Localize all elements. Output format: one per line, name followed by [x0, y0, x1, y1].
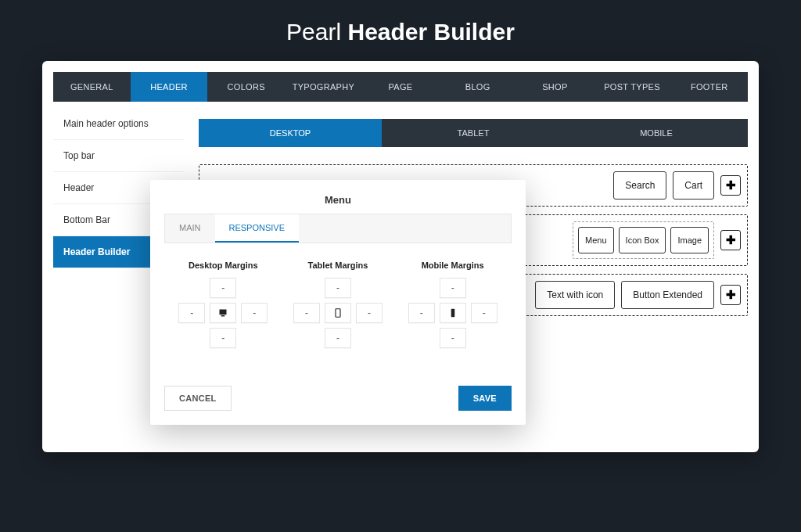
- device-tabs: DESKTOP TABLET MOBILE: [199, 119, 748, 147]
- sidebar-item-main-header-options[interactable]: Main header options: [53, 108, 185, 140]
- block-textwithicon[interactable]: Text with icon: [535, 281, 615, 309]
- tablet-icon: [325, 303, 351, 323]
- svg-rect-0: [220, 310, 227, 315]
- sidebar-item-top-bar[interactable]: Top bar: [53, 140, 185, 172]
- margin-left-input[interactable]: -: [408, 303, 435, 323]
- tab-blog[interactable]: BLOG: [439, 72, 516, 102]
- element-settings-modal: Menu MAIN RESPONSIVE Desktop Margins - -…: [150, 180, 526, 425]
- margin-column-mobile: Mobile Margins - - - -: [395, 261, 510, 348]
- tab-general[interactable]: GENERAL: [53, 72, 131, 102]
- margin-right-input[interactable]: -: [471, 303, 497, 323]
- modal-footer: CANCEL SAVE: [150, 372, 526, 425]
- block-iconbox[interactable]: Icon Box: [619, 227, 666, 253]
- svg-rect-3: [451, 309, 454, 318]
- mobile-icon: [440, 303, 466, 323]
- block-subgroup[interactable]: Menu Icon Box Image: [573, 221, 714, 259]
- margin-left-input[interactable]: -: [293, 303, 320, 323]
- block-search[interactable]: Search: [613, 171, 666, 200]
- tab-shop[interactable]: SHOP: [516, 72, 594, 102]
- add-block-button[interactable]: ✚: [720, 230, 741, 250]
- margin-top-input[interactable]: -: [325, 278, 351, 298]
- tab-footer[interactable]: FOOTER: [670, 72, 748, 102]
- margin-right-input[interactable]: -: [241, 303, 268, 323]
- modal-tab-responsive[interactable]: RESPONSIVE: [215, 214, 300, 243]
- modal-tab-main[interactable]: MAIN: [165, 214, 215, 243]
- margin-bottom-input[interactable]: -: [440, 328, 466, 348]
- modal-title: Menu: [150, 180, 526, 214]
- modal-content: Desktop Margins - - - - Tablet Margins -…: [150, 243, 526, 372]
- block-buttonextended[interactable]: Button Extended: [621, 281, 714, 309]
- device-tab-mobile[interactable]: MOBILE: [565, 119, 748, 147]
- margin-label: Desktop Margins: [166, 261, 281, 270]
- page-title-bold: Header Builder: [347, 19, 514, 45]
- margin-column-desktop: Desktop Margins - - - -: [166, 261, 281, 348]
- page-title: Pearl Header Builder: [0, 0, 801, 61]
- margin-label: Mobile Margins: [395, 261, 510, 270]
- tab-typography[interactable]: TYPOGRAPHY: [285, 72, 362, 102]
- margin-left-input[interactable]: -: [178, 303, 205, 323]
- margin-column-tablet: Tablet Margins - - - -: [281, 261, 396, 348]
- add-block-button[interactable]: ✚: [720, 285, 741, 305]
- device-tab-desktop[interactable]: DESKTOP: [199, 119, 382, 147]
- top-nav: GENERAL HEADER COLORS TYPOGRAPHY PAGE BL…: [53, 72, 748, 102]
- device-tab-tablet[interactable]: TABLET: [382, 119, 565, 147]
- block-menu[interactable]: Menu: [578, 227, 614, 253]
- tab-colors[interactable]: COLORS: [207, 72, 285, 102]
- add-block-button[interactable]: ✚: [720, 175, 741, 196]
- save-button[interactable]: SAVE: [458, 386, 512, 411]
- modal-tabs: MAIN RESPONSIVE: [164, 214, 512, 243]
- svg-rect-2: [336, 309, 340, 318]
- margin-label: Tablet Margins: [281, 261, 396, 270]
- tab-posttypes[interactable]: POST TYPES: [594, 72, 671, 102]
- margin-top-input[interactable]: -: [440, 278, 466, 298]
- tab-page[interactable]: PAGE: [362, 72, 440, 102]
- desktop-icon: [210, 303, 236, 323]
- block-image[interactable]: Image: [670, 227, 709, 253]
- margin-bottom-input[interactable]: -: [325, 328, 351, 348]
- page-title-light: Pearl: [286, 19, 341, 45]
- svg-rect-1: [221, 315, 225, 317]
- margin-bottom-input[interactable]: -: [210, 328, 236, 348]
- block-cart[interactable]: Cart: [673, 171, 714, 200]
- cancel-button[interactable]: CANCEL: [164, 386, 232, 411]
- tab-header[interactable]: HEADER: [131, 72, 208, 102]
- margin-right-input[interactable]: -: [356, 303, 383, 323]
- margin-top-input[interactable]: -: [210, 278, 236, 298]
